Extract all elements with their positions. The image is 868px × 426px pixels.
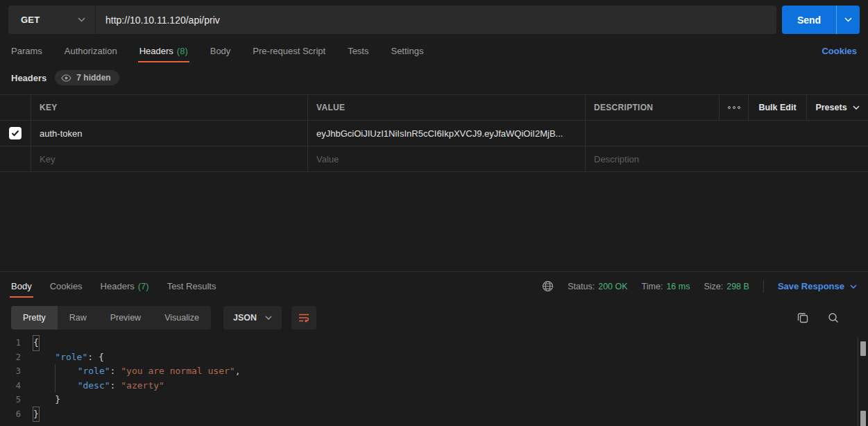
size-badge: Size: 298 B (704, 282, 749, 291)
divider (763, 280, 764, 293)
header-key-input[interactable]: auth-token (40, 128, 89, 139)
response-tab-headers[interactable]: Headers (7) (101, 272, 149, 300)
chevron-down-icon (844, 17, 852, 22)
bulk-edit-button[interactable]: Bulk Edit (758, 103, 796, 112)
search-icon[interactable] (828, 312, 839, 323)
hidden-headers-badge[interactable]: 7 hidden (55, 70, 119, 85)
code-line: 5 } (0, 393, 868, 407)
format-select[interactable]: JSON (223, 306, 282, 330)
table-header-row: KEY VALUE DESCRIPTION Bulk Edit Presets (0, 95, 868, 121)
line-number: 4 (0, 379, 33, 393)
send-options-button[interactable] (837, 6, 860, 34)
chevron-down-icon (78, 17, 85, 22)
table-row: auth-token eyJhbGciOiJIUzI1NiIsInR5cCI6I… (0, 121, 868, 146)
column-key: KEY (40, 103, 58, 112)
response-meta: Status: 200 OK Time: 16 ms Size: 298 B S… (542, 272, 857, 300)
line-number: 3 (0, 364, 33, 379)
response-tab-cookies[interactable]: Cookies (50, 272, 83, 300)
code-line: 6 } (0, 407, 868, 422)
code-line: 1 { (0, 336, 868, 350)
tab-pre-request-script[interactable]: Pre-request Script (253, 35, 325, 66)
status-badge: Status: 200 OK (568, 282, 627, 291)
headers-count: (8) (177, 46, 188, 56)
column-description: DESCRIPTION (594, 103, 653, 112)
chevron-down-icon (265, 316, 272, 320)
line-number: 2 (0, 350, 33, 365)
more-options-icon[interactable] (728, 106, 740, 109)
send-button[interactable]: Send (782, 6, 837, 34)
eye-icon (61, 74, 71, 82)
tab-authorization[interactable]: Authorization (65, 35, 117, 66)
tab-settings[interactable]: Settings (391, 35, 423, 66)
new-value-input[interactable]: Value (316, 154, 346, 164)
wrap-line-toggle[interactable] (291, 306, 316, 330)
vertical-scrollbar[interactable] (858, 338, 868, 426)
headers-section-header: Headers 7 hidden (0, 66, 868, 90)
new-key-input[interactable]: Key (40, 154, 62, 164)
code-line: 3 "role": "you are normal user", (0, 364, 868, 379)
tab-tests[interactable]: Tests (348, 35, 368, 66)
method-select[interactable]: GET (8, 6, 96, 34)
url-bar: GET http://10.10.11.120/api/priv (8, 6, 776, 34)
line-number: 1 (0, 336, 33, 350)
headers-section-title: Headers (11, 73, 46, 83)
view-tab-raw[interactable]: Raw (58, 306, 99, 330)
header-value-input[interactable]: eyJhbGciOiJIUzI1NiIsInR5cCI6IkpXVCJ9.eyJ… (316, 128, 570, 139)
copy-icon[interactable] (797, 312, 808, 323)
request-pane: GET http://10.10.11.120/api/priv Send Pa… (0, 6, 868, 271)
cookies-link[interactable]: Cookies (822, 46, 857, 56)
tab-params[interactable]: Params (11, 35, 42, 66)
presets-button[interactable]: Presets (815, 103, 859, 112)
code-line: 4 "desc": "azerty" (0, 379, 868, 393)
url-input[interactable]: http://10.10.11.120/api/priv (96, 6, 776, 34)
response-actions (797, 312, 839, 323)
column-value: VALUE (316, 103, 345, 112)
scrollbar-thumb[interactable] (860, 341, 866, 356)
tab-body[interactable]: Body (210, 35, 231, 66)
view-mode-switcher: Pretty Raw Preview Visualize (11, 306, 211, 330)
select-all-column (0, 95, 31, 120)
line-number: 6 (0, 407, 33, 422)
chevron-down-icon (850, 284, 857, 289)
response-tab-body[interactable]: Body (11, 272, 32, 300)
response-toolbar: Pretty Raw Preview Visualize JSON (11, 306, 857, 330)
wrap-line-icon (298, 312, 310, 323)
globe-icon[interactable] (542, 280, 554, 292)
table-row-empty: Key Value Description (0, 146, 868, 172)
view-tab-visualize[interactable]: Visualize (153, 306, 211, 330)
url-row: GET http://10.10.11.120/api/priv Send (8, 6, 860, 34)
method-label: GET (21, 15, 40, 25)
time-badge: Time: 16 ms (642, 282, 690, 291)
chevron-down-icon (853, 105, 860, 110)
tab-headers[interactable]: Headers (8) (139, 35, 188, 66)
line-number: 5 (0, 393, 33, 407)
headers-table: KEY VALUE DESCRIPTION Bulk Edit Presets (0, 94, 868, 172)
code-line: 2 "role": { (0, 350, 868, 365)
view-tab-preview[interactable]: Preview (99, 306, 153, 330)
response-tabs: Body Cookies Headers (7) Test Results St… (0, 272, 868, 300)
response-headers-count: (7) (138, 281, 149, 291)
new-description-input[interactable]: Description (594, 154, 646, 164)
view-tab-pretty[interactable]: Pretty (11, 306, 58, 330)
response-tab-test-results[interactable]: Test Results (167, 272, 216, 300)
save-response-button[interactable]: Save Response (778, 281, 857, 291)
response-pane: Body Cookies Headers (7) Test Results St… (0, 271, 868, 426)
send-button-group: Send (782, 6, 860, 34)
row-checkbox-checked[interactable] (9, 127, 22, 139)
response-body-editor[interactable]: 1 { 2 "role": { 3 "role": "you are norma… (0, 336, 868, 421)
request-tabs: Params Authorization Headers (8) Body Pr… (0, 35, 868, 66)
scrollbar-thumb[interactable] (860, 411, 866, 426)
